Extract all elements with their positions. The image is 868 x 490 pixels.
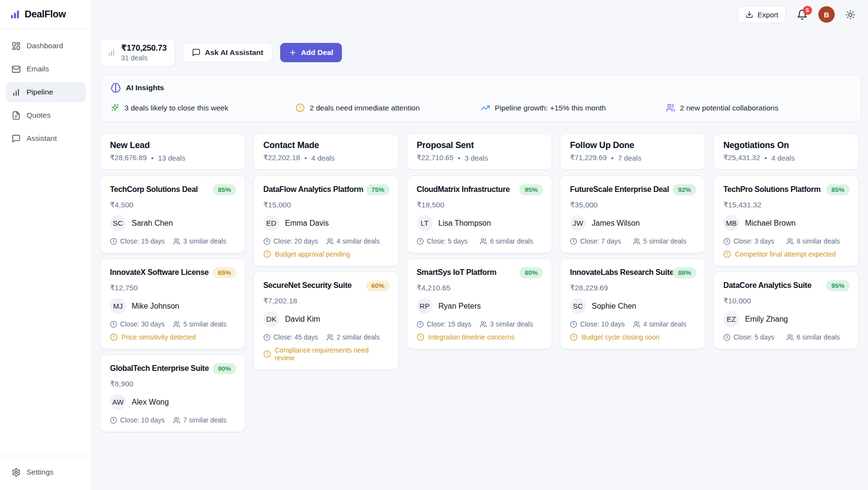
- pipeline-column: Negotiations On ₹25,431.32 • 4 deals Tec…: [713, 134, 859, 349]
- sidebar-item-dashboard[interactable]: Dashboard: [6, 36, 86, 56]
- deal-meta: Close: 45 days 2 similar deals: [263, 333, 390, 341]
- deal-owner: ED Emma Davis: [263, 215, 390, 231]
- deal-card[interactable]: InnovateLabs Research Suite 88% ₹28,229.…: [560, 259, 705, 349]
- column-header: Proposal Sent ₹22,710.65 • 3 deals: [407, 134, 552, 170]
- warning-icon: [110, 333, 118, 341]
- ai-insight-text: 2 new potential collaborations: [680, 104, 778, 112]
- probability-badge: 75%: [366, 184, 390, 195]
- dot-separator: •: [764, 154, 767, 162]
- pipeline-total-deals: 31 deals: [121, 54, 167, 62]
- similar-deals: 8 similar deals: [787, 237, 850, 245]
- owner-avatar: AW: [110, 394, 126, 410]
- users-icon: [326, 334, 334, 341]
- probability-badge: 60%: [366, 280, 390, 291]
- sidebar-item-quotes[interactable]: Quotes: [6, 105, 86, 125]
- ask-ai-assistant-button[interactable]: Ask AI Assistant: [183, 43, 272, 62]
- stat-bars-icon: [107, 48, 116, 57]
- column-deal-count: 13 deals: [158, 154, 186, 162]
- plus-icon: [289, 49, 297, 56]
- deal-card[interactable]: TechPro Solutions Platform 85% ₹15,431.3…: [713, 176, 859, 266]
- deal-card[interactable]: CloudMatrix Infrastructure 95% ₹18,500 L…: [407, 176, 552, 253]
- message-square-icon: [12, 134, 21, 143]
- deal-warning: Price sensitivity detected: [110, 333, 236, 341]
- brain-icon: [110, 82, 121, 93]
- owner-avatar: SC: [110, 215, 126, 231]
- deal-title: InnovateX Software License: [110, 267, 213, 277]
- column-meta: ₹22,710.65 • 3 deals: [417, 153, 542, 162]
- deal-owner: MJ Mike Johnson: [110, 298, 236, 314]
- export-label: Export: [758, 11, 778, 19]
- similar-deals: 2 similar deals: [326, 333, 390, 341]
- user-avatar[interactable]: B: [818, 6, 835, 23]
- clock-icon: [110, 238, 117, 245]
- sidebar-item-pipeline[interactable]: Pipeline: [6, 82, 86, 102]
- probability-badge: 80%: [519, 267, 543, 278]
- column-cards: TechCorp Solutions Deal 85% ₹4,500 SC Sa…: [100, 176, 245, 432]
- column-meta: ₹25,431.32 • 4 deals: [723, 153, 849, 162]
- clock-icon: [570, 321, 577, 328]
- deal-meta: Close: 10 days 7 similar deals: [110, 416, 236, 424]
- similar-deals: 6 similar deals: [787, 333, 850, 341]
- users-icon: [173, 417, 180, 424]
- column-title: Proposal Sent: [417, 140, 542, 150]
- file-text-icon: [12, 111, 21, 120]
- column-total-value: ₹22,202.18: [263, 153, 300, 162]
- sidebar-item-label: Quotes: [27, 111, 51, 120]
- deal-card[interactable]: SecureNet Security Suite 60% ₹7,202.18 D…: [253, 272, 399, 370]
- column-cards: DataFlow Analytics Platform 75% ₹15,000 …: [253, 176, 399, 370]
- download-icon: [746, 11, 753, 18]
- deal-meta: Close: 5 days 6 similar deals: [723, 333, 850, 341]
- pipeline-column: Contact Made ₹22,202.18 • 4 deals DataFl…: [253, 134, 399, 370]
- dot-separator: •: [151, 154, 153, 162]
- deal-warning: Competitor final attempt expected: [723, 250, 850, 258]
- pipeline-total-stat: ₹170,250.73 31 deals: [100, 39, 175, 67]
- deal-title: CloudMatrix Infrastructure: [417, 184, 519, 194]
- pipeline-page: ₹170,250.73 31 deals Ask AI Assistant Ad…: [92, 29, 868, 490]
- message-square-icon: [192, 48, 201, 57]
- similar-deals: 5 similar deals: [173, 320, 236, 328]
- clock-icon: [263, 334, 271, 341]
- sidebar-item-emails[interactable]: Emails: [6, 59, 86, 79]
- owner-name: James Wilson: [592, 219, 640, 228]
- deal-title: GlobalTech Enterprise Suite: [110, 363, 213, 373]
- column-header: New Lead ₹28,676.89 • 13 deals: [100, 134, 245, 170]
- close-days: Close: 15 days: [417, 320, 480, 328]
- ai-insight-text: 2 deals need immediate attention: [310, 104, 420, 112]
- deal-title: DataCore Analytics Suite: [723, 280, 826, 290]
- close-days: Close: 3 days: [723, 237, 787, 245]
- dot-separator: •: [304, 154, 307, 162]
- ai-insights-list: 3 deals likely to close this week 2 deal…: [110, 103, 851, 112]
- similar-deals: 5 similar deals: [633, 237, 696, 245]
- alert-circle-icon: [296, 103, 305, 112]
- deal-card[interactable]: InnovateX Software License 65% ₹12,750 M…: [100, 259, 245, 349]
- deal-card[interactable]: FutureScale Enterprise Deal 92% ₹35,000 …: [560, 176, 705, 253]
- deal-card[interactable]: DataFlow Analytics Platform 75% ₹15,000 …: [253, 176, 399, 266]
- dot-separator: •: [611, 154, 613, 162]
- owner-name: Alex Wong: [132, 398, 169, 407]
- add-deal-button[interactable]: Add Deal: [280, 43, 342, 62]
- deal-card[interactable]: TechCorp Solutions Deal 85% ₹4,500 SC Sa…: [100, 176, 245, 253]
- deal-amount: ₹15,000: [263, 201, 390, 209]
- deal-warning: Compliance requirements need review: [263, 346, 390, 362]
- clock-icon: [263, 238, 271, 245]
- export-button[interactable]: Export: [738, 6, 786, 23]
- deal-card[interactable]: SmartSys IoT Platform 80% ₹4,210.65 RP R…: [407, 259, 552, 349]
- deal-card[interactable]: GlobalTech Enterprise Suite 90% ₹8,900 A…: [100, 354, 245, 432]
- deal-card[interactable]: DataCore Analytics Suite 95% ₹10,000 EZ …: [713, 272, 859, 349]
- add-deal-label: Add Deal: [301, 48, 333, 57]
- similar-deals: 6 similar deals: [480, 237, 543, 245]
- clock-icon: [110, 417, 117, 424]
- notifications-button[interactable]: 5: [797, 9, 808, 20]
- theme-toggle-button[interactable]: [845, 10, 855, 20]
- deal-meta: Close: 10 days 4 similar deals: [570, 320, 696, 328]
- deal-owner: SC Sophie Chen: [570, 298, 696, 314]
- sidebar-item-settings[interactable]: Settings: [6, 462, 86, 482]
- warning-icon: [570, 333, 578, 341]
- owner-avatar: SC: [570, 298, 586, 314]
- close-days: Close: 5 days: [723, 333, 787, 341]
- column-cards: CloudMatrix Infrastructure 95% ₹18,500 L…: [407, 176, 552, 349]
- owner-avatar: LT: [417, 215, 433, 231]
- column-total-value: ₹22,710.65: [417, 153, 453, 162]
- sidebar-item-assistant[interactable]: Assistant: [6, 128, 86, 149]
- page-header: ₹170,250.73 31 deals Ask AI Assistant Ad…: [100, 39, 862, 67]
